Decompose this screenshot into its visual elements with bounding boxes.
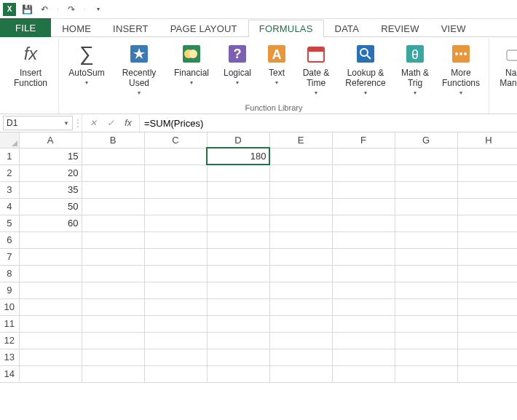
cell[interactable] [82,265,144,282]
cell[interactable] [457,198,517,215]
cell[interactable] [144,181,207,198]
cell[interactable] [457,315,517,332]
cell[interactable] [82,365,144,382]
cell[interactable] [269,315,332,332]
cell[interactable] [457,148,517,165]
cell[interactable] [19,282,82,298]
cell[interactable] [332,265,395,282]
tab-formulas[interactable]: FORMULAS [248,20,324,37]
cell[interactable] [457,282,517,298]
cell[interactable] [332,198,395,215]
cell[interactable] [207,181,269,198]
cell[interactable] [207,282,269,298]
cell[interactable] [395,198,457,215]
cell[interactable] [457,349,517,365]
row-header[interactable]: 4 [0,198,19,215]
save-icon[interactable]: 💾 [20,3,33,16]
cell[interactable] [269,349,332,365]
col-header[interactable]: F [332,132,395,148]
cell[interactable] [457,365,517,382]
cell[interactable] [82,215,144,231]
cell[interactable] [269,165,332,181]
cell[interactable] [269,365,332,382]
name-box[interactable]: D1 ▼ [3,116,73,130]
text-button[interactable]: A Text ▾ [258,40,295,87]
cell[interactable] [269,298,332,315]
financial-button[interactable]: Financial ▾ [167,40,216,87]
cell[interactable] [395,215,457,231]
cell[interactable]: 60 [19,215,82,231]
cell[interactable] [269,198,332,215]
cell[interactable] [19,265,82,282]
cell[interactable] [144,349,207,365]
cell[interactable] [457,231,517,248]
cell[interactable] [332,181,395,198]
insert-function-button[interactable]: fx Insert Function [6,40,55,90]
cell[interactable] [207,215,269,231]
cell[interactable] [457,181,517,198]
tab-file[interactable]: FILE [0,18,51,37]
cell[interactable] [269,231,332,248]
cell[interactable] [457,165,517,181]
row-header[interactable]: 10 [0,298,19,315]
cell[interactable] [395,181,457,198]
col-header[interactable]: A [19,132,82,148]
cell[interactable] [332,332,395,349]
cell[interactable] [144,165,207,181]
formula-input[interactable] [139,114,517,132]
tab-data[interactable]: DATA [324,20,371,37]
cell[interactable]: 15 [19,148,82,165]
cell[interactable] [207,332,269,349]
cell[interactable] [144,332,207,349]
cell[interactable] [207,265,269,282]
cell[interactable] [395,165,457,181]
row-header[interactable]: 13 [0,349,19,365]
row-header[interactable]: 11 [0,315,19,332]
tab-insert[interactable]: INSERT [102,20,159,37]
col-header[interactable]: H [457,132,517,148]
cell[interactable] [82,181,144,198]
cell[interactable] [395,298,457,315]
col-header[interactable]: G [395,132,457,148]
cell[interactable] [457,215,517,231]
cell[interactable] [395,265,457,282]
row-header[interactable]: 6 [0,231,19,248]
worksheet-grid[interactable]: A B C D E F G H 115180220335450560678910… [0,132,517,383]
cancel-icon[interactable]: ✕ [87,118,100,128]
cell[interactable] [19,231,82,248]
cell[interactable] [144,265,207,282]
cell[interactable] [19,365,82,382]
cell[interactable] [207,165,269,181]
cell[interactable] [82,332,144,349]
cell[interactable] [19,315,82,332]
cell[interactable]: 50 [19,198,82,215]
cell[interactable] [395,282,457,298]
cell[interactable] [332,148,395,165]
math-trig-button[interactable]: θ Math & Trig ▾ [397,40,433,98]
date-time-button[interactable]: Date & Time ▾ [298,40,334,98]
cell[interactable] [457,265,517,282]
cell[interactable] [269,181,332,198]
cell[interactable] [395,365,457,382]
cell[interactable] [82,148,144,165]
cell[interactable] [144,365,207,382]
cell[interactable] [144,198,207,215]
cell[interactable] [82,298,144,315]
autosum-button[interactable]: ∑ AutoSum ▾ [62,40,111,87]
cell[interactable] [19,248,82,265]
cell[interactable] [332,365,395,382]
cell[interactable] [144,315,207,332]
cell[interactable] [19,298,82,315]
tab-home[interactable]: HOME [51,20,102,37]
cell[interactable] [207,248,269,265]
cell[interactable] [395,148,457,165]
row-header[interactable]: 9 [0,282,19,298]
select-all-corner[interactable] [0,132,19,148]
cell[interactable] [144,298,207,315]
cell[interactable] [82,282,144,298]
cell[interactable]: 20 [19,165,82,181]
cell[interactable] [269,332,332,349]
fx-icon[interactable]: fx [122,118,135,128]
row-header[interactable]: 1 [0,148,19,165]
logical-button[interactable]: ? Logical ▾ [219,40,256,87]
